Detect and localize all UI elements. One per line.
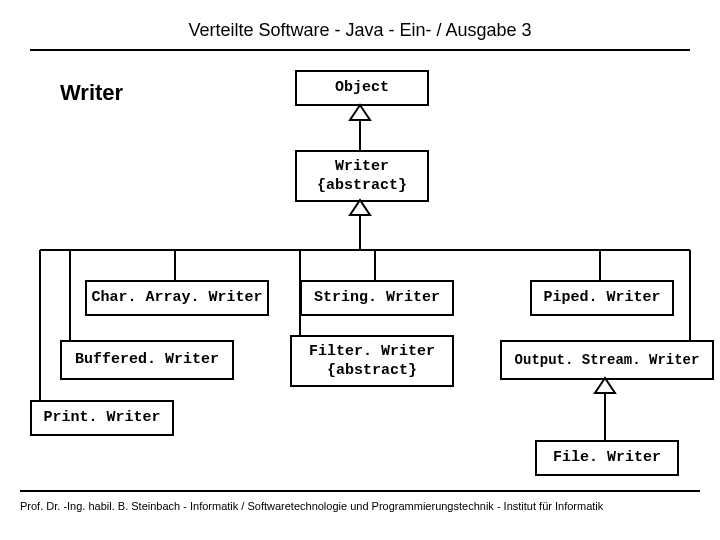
node-filterwriter: Filter. Writer {abstract} xyxy=(290,335,454,387)
section-title: Writer xyxy=(60,80,123,106)
node-writer-abstract: Writer {abstract} xyxy=(295,150,429,202)
node-stringwriter: String. Writer xyxy=(300,280,454,316)
node-filterwriter-line1: Filter. Writer xyxy=(309,342,435,362)
node-printwriter-label: Print. Writer xyxy=(43,408,160,428)
node-pipedwriter: Piped. Writer xyxy=(530,280,674,316)
footer-rule xyxy=(20,490,700,492)
node-stringwriter-label: String. Writer xyxy=(314,288,440,308)
node-object-label: Object xyxy=(335,78,389,98)
node-chararraywriter-label: Char. Array. Writer xyxy=(91,288,262,308)
node-bufferedwriter-label: Buffered. Writer xyxy=(75,350,219,370)
node-outputstreamwriter-label: Output. Stream. Writer xyxy=(515,351,700,369)
node-printwriter: Print. Writer xyxy=(30,400,174,436)
node-bufferedwriter: Buffered. Writer xyxy=(60,340,234,380)
node-filewriter-label: File. Writer xyxy=(553,448,661,468)
node-outputstreamwriter: Output. Stream. Writer xyxy=(500,340,714,380)
node-pipedwriter-label: Piped. Writer xyxy=(543,288,660,308)
node-chararraywriter: Char. Array. Writer xyxy=(85,280,269,316)
node-writer-line1: Writer xyxy=(335,157,389,177)
node-writer-line2: {abstract} xyxy=(317,176,407,196)
svg-marker-2 xyxy=(350,200,370,215)
svg-marker-12 xyxy=(595,378,615,393)
footer-text: Prof. Dr. -Ing. habil. B. Steinbach - In… xyxy=(20,500,700,512)
node-object: Object xyxy=(295,70,429,106)
node-filewriter: File. Writer xyxy=(535,440,679,476)
node-filterwriter-line2: {abstract} xyxy=(327,361,417,381)
svg-marker-0 xyxy=(350,105,370,120)
page-title: Verteilte Software - Java - Ein- / Ausga… xyxy=(30,20,690,51)
